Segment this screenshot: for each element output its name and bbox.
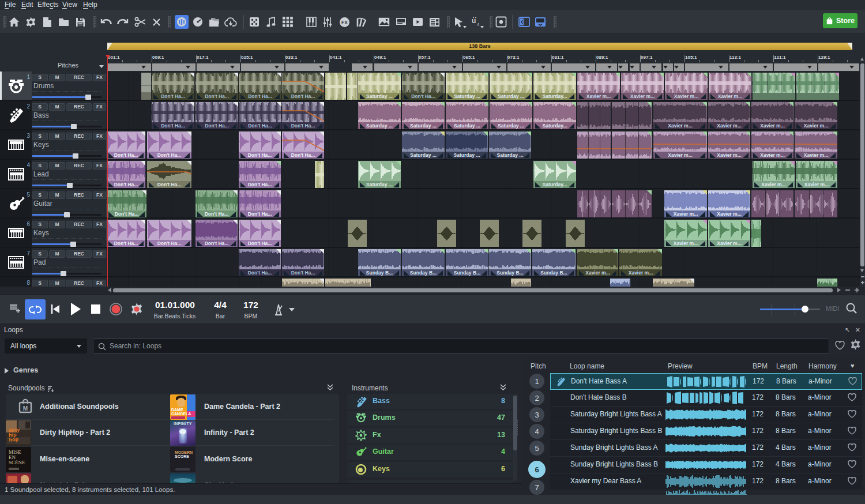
svg-text:M: M <box>23 405 28 412</box>
svg-text:FX: FX <box>341 20 348 25</box>
svg-text:4: 4 <box>477 22 480 27</box>
